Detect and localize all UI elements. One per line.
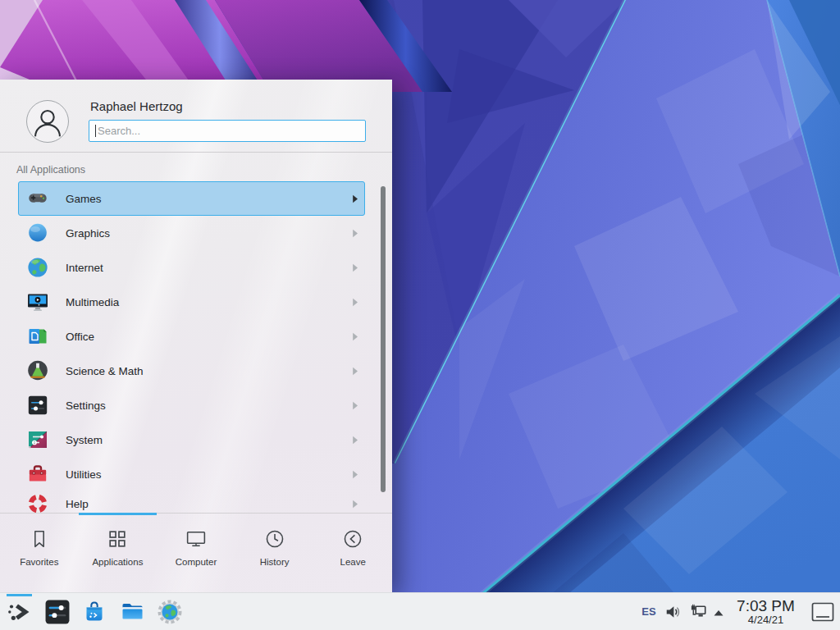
wired-network-icon <box>689 604 707 620</box>
menu-item-internet[interactable]: Internet <box>18 250 365 285</box>
user-avatar[interactable] <box>26 100 69 143</box>
digital-clock[interactable]: 7:03 PM 4/24/21 <box>731 598 801 626</box>
taskbar-konqueror-button[interactable] <box>158 600 182 624</box>
menu-item-system[interactable]: System <box>18 422 365 457</box>
search-input[interactable] <box>89 120 366 142</box>
computer-icon <box>185 527 208 550</box>
tab-label: Applications <box>92 557 143 567</box>
menu-item-office[interactable]: Office <box>18 319 365 354</box>
submenu-arrow-icon <box>352 194 358 203</box>
taskbar: ES <box>0 592 840 630</box>
menu-item-settings[interactable]: Settings <box>18 388 365 422</box>
menu-item-label: System <box>66 434 103 446</box>
tray-expand-arrow-icon[interactable] <box>712 607 725 617</box>
submenu-arrow-icon <box>352 436 358 445</box>
menu-item-games[interactable]: Games <box>18 181 365 216</box>
submenu-arrow-icon <box>352 401 358 410</box>
submenu-arrow-icon <box>352 298 358 307</box>
submenu-arrow-icon <box>352 263 358 272</box>
scrollbar-thumb[interactable] <box>381 186 386 492</box>
clock-time: 7:03 PM <box>737 598 795 614</box>
submenu-arrow-icon <box>352 470 358 479</box>
menu-item-label: Settings <box>66 399 106 412</box>
taskbar-dolphin-button[interactable] <box>120 599 145 624</box>
applications-icon <box>106 527 129 550</box>
user-name: Raphael Hertzog <box>90 99 183 113</box>
settings-icon <box>26 394 49 417</box>
leave-icon <box>341 527 364 550</box>
header-divider <box>0 152 392 153</box>
app-launcher-button[interactable] <box>6 599 32 625</box>
show-desktop-button[interactable] <box>811 602 834 622</box>
active-tab-indicator <box>79 513 157 515</box>
history-icon <box>263 527 286 550</box>
favorites-icon <box>28 527 51 550</box>
office-icon <box>26 325 49 348</box>
tab-label: Favorites <box>20 557 58 567</box>
menu-item-science-math[interactable]: Science & Math <box>18 354 365 388</box>
user-icon <box>27 101 68 142</box>
taskbar-discover-button[interactable] <box>82 600 107 624</box>
tabbar-divider <box>0 513 392 514</box>
konqueror-icon <box>158 600 182 624</box>
show-desktop-icon <box>811 602 834 622</box>
clock-date: 4/24/21 <box>748 614 783 626</box>
arrow-up-icon <box>712 607 725 617</box>
submenu-arrow-icon <box>352 500 358 509</box>
system-settings-icon <box>44 599 71 625</box>
tab-favorites[interactable]: Favorites <box>0 516 79 592</box>
desktop: Raphael Hertzog All Applications Games <box>0 0 840 630</box>
utilities-icon <box>26 463 49 486</box>
graphics-icon <box>26 221 49 244</box>
menu-item-label: Internet <box>66 262 103 274</box>
tab-computer[interactable]: Computer <box>157 516 235 592</box>
menu-item-label: Office <box>66 331 94 343</box>
menu-item-utilities[interactable]: Utilities <box>18 457 365 491</box>
internet-icon <box>26 256 49 279</box>
section-label: All Applications <box>16 164 85 176</box>
system-tray: ES <box>641 593 840 630</box>
multimedia-icon <box>26 290 49 313</box>
dolphin-folder-icon <box>120 599 145 624</box>
menu-item-help[interactable]: Help <box>18 491 365 513</box>
tab-label: History <box>260 557 290 567</box>
menu-item-label: Graphics <box>66 227 110 240</box>
tab-history[interactable]: History <box>235 516 314 592</box>
menu-item-label: Help <box>66 498 89 510</box>
menu-item-label: Multimedia <box>66 296 119 308</box>
menu-item-label: Utilities <box>66 468 102 481</box>
menu-item-label: Games <box>66 193 102 205</box>
text-caret <box>95 125 96 137</box>
volume-icon[interactable] <box>664 604 681 620</box>
application-category-list: Games Graphics <box>0 181 392 513</box>
system-icon <box>26 428 49 451</box>
tab-label: Leave <box>340 557 366 567</box>
speaker-icon <box>664 604 681 620</box>
search-field-wrap <box>89 120 366 142</box>
submenu-arrow-icon <box>352 332 358 341</box>
help-icon <box>26 492 49 513</box>
menu-item-multimedia[interactable]: Multimedia <box>18 285 365 319</box>
menu-item-graphics[interactable]: Graphics <box>18 216 365 250</box>
submenu-arrow-icon <box>352 229 358 238</box>
kickoff-launcher-popup: Raphael Hertzog All Applications Games <box>0 80 392 592</box>
kickoff-icon <box>6 599 32 625</box>
taskbar-system-settings-button[interactable] <box>44 599 71 625</box>
kickoff-tabbar: Favorites Applications C <box>0 516 392 592</box>
menu-item-label: Science & Math <box>66 365 144 377</box>
keyboard-layout-indicator[interactable]: ES <box>641 605 657 618</box>
science-math-icon <box>26 359 49 382</box>
tab-applications[interactable]: Applications <box>79 516 158 592</box>
network-icon[interactable] <box>689 604 707 620</box>
tab-leave[interactable]: Leave <box>313 516 392 592</box>
submenu-arrow-icon <box>352 367 358 376</box>
tab-label: Computer <box>176 557 217 567</box>
discover-icon <box>82 600 107 624</box>
launcher-active-indicator <box>7 594 32 596</box>
games-icon <box>26 187 49 210</box>
